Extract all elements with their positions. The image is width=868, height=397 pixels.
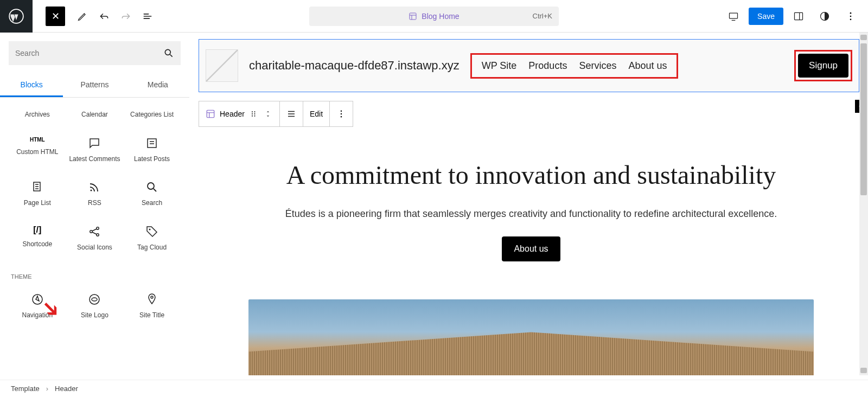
layout-icon bbox=[409, 12, 417, 21]
toolbar-block-type[interactable]: Header bbox=[199, 101, 280, 126]
rss-icon bbox=[88, 181, 101, 194]
svg-point-14 bbox=[97, 227, 99, 229]
comment-icon bbox=[88, 137, 101, 150]
edit-tool-button[interactable] bbox=[72, 5, 93, 27]
editor-breadcrumb: Template › Header bbox=[0, 380, 868, 397]
redo-icon bbox=[120, 11, 131, 22]
svg-rect-3 bbox=[795, 12, 803, 20]
search-input[interactable] bbox=[15, 49, 163, 57]
navigation-block-highlight[interactable]: WP Site Products Services About us bbox=[470, 53, 679, 79]
scrollbar-thumb[interactable] bbox=[860, 43, 867, 195]
canvas-scrollbar[interactable] bbox=[859, 33, 868, 375]
block-search[interactable] bbox=[9, 41, 181, 65]
nav-item-about-us[interactable]: About us bbox=[628, 60, 667, 72]
nav-item-wp-site[interactable]: WP Site bbox=[482, 60, 517, 72]
block-search[interactable]: Search bbox=[123, 172, 181, 216]
breadcrumb-root[interactable]: Template bbox=[11, 385, 40, 393]
save-button[interactable]: Save bbox=[749, 8, 783, 25]
document-overview-button[interactable] bbox=[137, 5, 158, 27]
move-icon[interactable] bbox=[263, 109, 273, 119]
svg-rect-2 bbox=[730, 13, 738, 18]
settings-panel-toggle[interactable] bbox=[788, 5, 809, 27]
posts-icon bbox=[145, 137, 158, 150]
command-bar-label: Blog Home bbox=[422, 12, 459, 21]
hero-heading[interactable]: A commitment to innovation and sustainab… bbox=[248, 159, 814, 191]
redo-button[interactable] bbox=[115, 5, 137, 27]
search-block-icon bbox=[145, 181, 158, 194]
site-header-block[interactable]: charitable-macaque-dfde87.instawp.xyz WP… bbox=[199, 39, 859, 92]
block-inserter-sidebar: Blocks Patterns Media Archives Calendar … bbox=[0, 33, 190, 375]
sitelogo-icon bbox=[88, 293, 101, 306]
tab-patterns[interactable]: Patterns bbox=[63, 74, 126, 97]
tab-blocks[interactable]: Blocks bbox=[0, 74, 63, 97]
svg-point-5 bbox=[850, 12, 852, 14]
hero-section: A commitment to innovation and sustainab… bbox=[194, 127, 868, 283]
block-social-icons[interactable]: Social Icons bbox=[66, 216, 124, 261]
toolbar-block-label: Header bbox=[220, 110, 245, 118]
block-site-logo[interactable]: Site Logo bbox=[66, 284, 124, 329]
block-site-title[interactable]: Site Title bbox=[123, 284, 181, 329]
tab-media[interactable]: Media bbox=[126, 74, 189, 97]
editor-canvas: charitable-macaque-dfde87.instawp.xyz WP… bbox=[194, 33, 868, 375]
svg-point-19 bbox=[151, 296, 153, 298]
styles-toggle[interactable] bbox=[814, 5, 835, 27]
breadcrumb-current[interactable]: Header bbox=[55, 385, 78, 393]
hero-image[interactable] bbox=[248, 299, 814, 375]
site-title-text[interactable]: charitable-macaque-dfde87.instawp.xyz bbox=[249, 59, 459, 73]
svg-point-15 bbox=[97, 234, 99, 236]
block-list[interactable]: Archives Calendar Categories List HTMLCu… bbox=[0, 98, 189, 375]
toolbar-align[interactable] bbox=[280, 101, 303, 126]
svg-point-13 bbox=[90, 230, 92, 233]
signup-button[interactable]: Signup bbox=[798, 54, 848, 78]
svg-point-16 bbox=[149, 228, 151, 230]
block-page-list[interactable]: Page List bbox=[9, 172, 66, 216]
block-custom-html[interactable]: HTMLCustom HTML bbox=[9, 128, 66, 172]
theme-section-label: THEME bbox=[9, 260, 181, 284]
svg-point-6 bbox=[850, 15, 852, 17]
align-icon bbox=[286, 109, 296, 119]
list-icon bbox=[142, 11, 153, 22]
block-latest-posts[interactable]: Latest Posts bbox=[123, 128, 181, 172]
svg-point-26 bbox=[254, 116, 255, 117]
block-shortcode[interactable]: [/]Shortcode bbox=[9, 216, 66, 261]
block-latest-comments[interactable]: Latest Comments bbox=[66, 128, 124, 172]
block-tag-cloud[interactable]: Tag Cloud bbox=[123, 216, 181, 261]
svg-point-12 bbox=[148, 183, 154, 189]
nav-item-services[interactable]: Services bbox=[579, 60, 616, 72]
hero-cta-button[interactable]: About us bbox=[502, 236, 560, 261]
pencil-icon bbox=[77, 11, 88, 22]
topbar-right: Save bbox=[723, 5, 868, 27]
block-calendar[interactable]: Calendar bbox=[66, 102, 124, 128]
close-button[interactable]: ✕ bbox=[46, 7, 65, 26]
scrollbar-up[interactable] bbox=[860, 35, 867, 40]
block-rss[interactable]: RSS bbox=[66, 172, 124, 216]
kebab-icon bbox=[845, 11, 856, 22]
undo-button[interactable] bbox=[93, 5, 115, 27]
more-options-button[interactable] bbox=[840, 5, 861, 27]
search-icon bbox=[163, 48, 174, 59]
svg-point-11 bbox=[91, 190, 92, 191]
nav-item-products[interactable]: Products bbox=[528, 60, 567, 72]
site-logo-placeholder[interactable] bbox=[206, 49, 238, 82]
view-toggle-button[interactable] bbox=[723, 5, 744, 27]
contrast-icon bbox=[819, 11, 830, 22]
scrollbar-down[interactable] bbox=[860, 368, 867, 373]
svg-point-18 bbox=[90, 294, 99, 304]
toolbar-edit[interactable]: Edit bbox=[303, 101, 330, 126]
block-archives[interactable]: Archives bbox=[9, 102, 66, 128]
block-categories-list[interactable]: Categories List bbox=[123, 102, 181, 128]
block-navigation[interactable]: Navigation bbox=[9, 284, 66, 329]
hero-subheading[interactable]: Études is a pioneering firm that seamles… bbox=[248, 206, 814, 222]
navigation-icon bbox=[31, 293, 44, 306]
svg-point-7 bbox=[850, 18, 852, 20]
svg-rect-20 bbox=[207, 110, 214, 118]
wordpress-logo[interactable] bbox=[0, 0, 33, 33]
drag-icon[interactable] bbox=[249, 109, 259, 119]
svg-rect-9 bbox=[148, 139, 156, 148]
svg-point-28 bbox=[341, 113, 342, 114]
command-bar[interactable]: Blog Home Ctrl+K bbox=[309, 7, 559, 26]
svg-point-22 bbox=[252, 113, 253, 114]
svg-point-29 bbox=[341, 116, 342, 117]
pagelist-icon bbox=[31, 181, 44, 194]
toolbar-more[interactable] bbox=[330, 101, 353, 126]
